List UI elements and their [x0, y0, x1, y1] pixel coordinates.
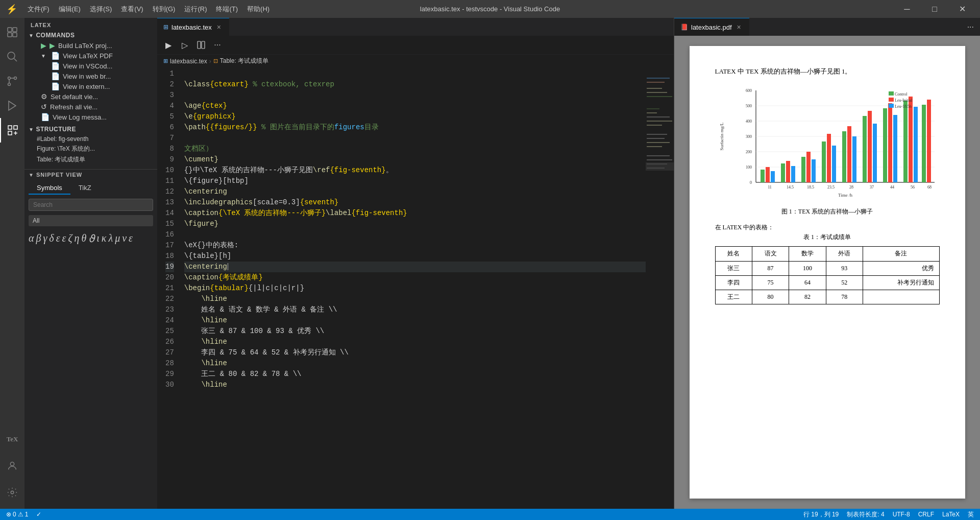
menu-edit[interactable]: 编辑(E) [55, 3, 85, 16]
symbol-epsilon2[interactable]: ε [62, 232, 66, 245]
sidebar-item-build-label: Build LaTeX proj... [58, 42, 112, 50]
symbol-nu[interactable]: ν [122, 232, 127, 245]
activity-scm-icon[interactable] [0, 69, 24, 93]
pdf-more-button[interactable]: ··· [961, 18, 980, 36]
sidebar-item-view-vscode[interactable]: 📄 View in VSCod... [24, 61, 157, 71]
sidebar-item-view-vscode-label: View in VSCod... [63, 62, 112, 70]
maximize-button[interactable]: □ [923, 0, 946, 18]
activity-search-icon[interactable] [0, 44, 24, 69]
pdf-tab-close-button[interactable]: × [735, 23, 743, 31]
editor-tab-latexbasic[interactable]: ⊞ latexbasic.tex × [157, 18, 229, 36]
status-eol[interactable]: CRLF [916, 511, 936, 518]
symbol-beta[interactable]: β [36, 232, 41, 245]
snippet-symbols-grid: α β γ δ ε ε ζ η θ ϑ ι κ λ μ ν ε [24, 228, 157, 249]
symbol-xi[interactable]: ε [129, 232, 133, 245]
code-line-13: \includegraphics[scale=0.3]{seventh} [184, 197, 646, 208]
status-position[interactable]: 行 19，列 19 [801, 510, 841, 519]
snippet-search-input[interactable] [29, 199, 153, 211]
status-ime[interactable]: 英 [966, 510, 976, 519]
status-encoding[interactable]: UTF-8 [891, 511, 912, 518]
cell-foreign-1: 93 [826, 261, 863, 275]
sidebar-item-view-pdf[interactable]: ▼ 📄 View LaTeX PDF [24, 51, 157, 61]
svg-rect-68 [801, 157, 805, 182]
svg-rect-36 [646, 162, 674, 171]
sidebar-item-view-web[interactable]: 📄 View in web br... [24, 71, 157, 81]
svg-rect-83 [903, 101, 908, 182]
symbol-delta[interactable]: δ [49, 232, 54, 245]
svg-rect-66 [786, 161, 790, 182]
commands-section-header[interactable]: ▼ COMMANDS [24, 30, 157, 40]
menu-goto[interactable]: 转到(G) [149, 3, 180, 16]
structure-item-table[interactable]: Table: 考试成绩单 [24, 154, 157, 165]
minimize-button[interactable]: ─ [895, 0, 919, 18]
code-line-24: \hline [184, 315, 646, 326]
symbol-epsilon1[interactable]: ε [56, 232, 60, 245]
svg-rect-73 [832, 146, 836, 182]
activity-debug-icon[interactable] [0, 93, 24, 118]
sidebar-item-build[interactable]: ▶ ▶ Build LaTeX proj... [24, 40, 157, 51]
structure-section-header[interactable]: ▼ STRUCTURE [24, 124, 157, 134]
symbol-alpha[interactable]: α [29, 232, 34, 245]
pdf-content[interactable]: LATEX 中 TEX 系统的吉祥物—小狮子见图 1。 0 100 200 30… [674, 36, 980, 509]
status-errors[interactable]: ⊗ 0 ⚠ 1 [4, 511, 30, 518]
run-button[interactable]: ▶ [161, 38, 176, 52]
activity-settings-icon[interactable] [0, 480, 24, 505]
run-alt-button[interactable]: ▷ [178, 38, 192, 52]
svg-rect-82 [893, 115, 897, 182]
symbol-mu[interactable]: μ [115, 232, 120, 245]
snippet-filter-dropdown[interactable]: All [29, 215, 153, 226]
menu-run[interactable]: 运行(R) [180, 3, 211, 16]
symbol-lambda[interactable]: λ [108, 232, 113, 245]
sidebar-item-view-log[interactable]: 📄 View Log messa... [24, 112, 157, 122]
code-editor[interactable]: 12345 678910 1112131415 161718 19 202122… [157, 67, 674, 509]
symbol-gamma[interactable]: γ [43, 232, 47, 245]
editor-tab-close-button[interactable]: × [215, 23, 223, 31]
symbol-theta1[interactable]: θ [81, 232, 86, 245]
breadcrumb-file[interactable]: ⊞ latexbasic.tex [163, 58, 207, 65]
activity-explorer-icon[interactable] [0, 20, 24, 44]
status-checkmark[interactable]: ✓ [34, 511, 43, 518]
code-line-6: \path{{figures/}} % 图片在当前目录下的figures目录 [184, 122, 646, 133]
sidebar-item-view-extern[interactable]: 📄 View in extern... [24, 81, 157, 91]
menu-help[interactable]: 帮助(H) [243, 3, 274, 16]
title-bar-left: ⚡ 文件(F) 编辑(E) 选择(S) 查看(V) 转到(G) 运行(R) 终端… [6, 3, 274, 16]
activity-account-icon[interactable] [0, 454, 24, 478]
activity-extensions-icon[interactable] [0, 118, 24, 143]
structure-item-figure[interactable]: Figure: \TeX 系统的... [24, 144, 157, 154]
activity-latex-icon[interactable]: TeX [0, 427, 24, 452]
title-bar: ⚡ 文件(F) 编辑(E) 选择(S) 查看(V) 转到(G) 运行(R) 终端… [0, 0, 980, 18]
build-run-icon: ▶ [50, 41, 55, 50]
status-language[interactable]: LaTeX [940, 511, 962, 518]
svg-rect-19 [647, 82, 665, 83]
menu-file[interactable]: 文件(F) [23, 3, 54, 16]
menu-terminal[interactable]: 终端(T) [212, 3, 242, 16]
split-editor-button[interactable] [194, 38, 208, 52]
structure-item-label[interactable]: #Label: fig-seventh [24, 134, 157, 144]
sidebar-item-set-default-label: Set default vie... [51, 93, 98, 101]
snippet-view-header[interactable]: ▼ SNIPPET VIEW [24, 170, 157, 180]
snippet-tabs: Symbols TikZ [24, 180, 157, 197]
line-numbers: 12345 678910 1112131415 161718 19 202122… [157, 67, 180, 509]
code-lines[interactable]: \class{ctexart} % ctexbook, ctexrep \age… [180, 67, 646, 509]
cell-notes-2: 补考另行通知 [863, 275, 939, 290]
sidebar-item-refresh[interactable]: ↺ Refresh all vie... [24, 102, 157, 112]
symbol-iota[interactable]: ι [96, 232, 100, 245]
pdf-chart: 0 100 200 300 400 500 600 Surfactin mg/L [715, 85, 940, 203]
symbol-zeta[interactable]: ζ [68, 232, 72, 245]
status-tab-size[interactable]: 制表符长度: 4 [845, 510, 886, 519]
menu-select[interactable]: 选择(S) [86, 3, 116, 16]
symbol-kappa[interactable]: κ [102, 232, 107, 245]
symbol-eta[interactable]: η [75, 232, 80, 245]
symbol-theta2[interactable]: ϑ [88, 232, 94, 245]
tab-symbols[interactable]: Symbols [29, 182, 70, 195]
breadcrumb-section[interactable]: ⊡ Table: 考试成绩单 [213, 57, 268, 65]
menu-view[interactable]: 查看(V) [117, 3, 147, 16]
more-options-button[interactable]: ··· [210, 38, 225, 52]
close-button[interactable]: ✕ [950, 0, 974, 18]
breadcrumb-tex-icon: ⊞ [163, 58, 168, 64]
breadcrumb-file-label: latexbasic.tex [170, 58, 207, 65]
table-row: 张三 87 100 93 优秀 [715, 261, 939, 275]
sidebar-item-set-default[interactable]: ⚙ Set default vie... [24, 91, 157, 102]
tab-tikz[interactable]: TikZ [70, 182, 100, 195]
pdf-tab[interactable]: 📕 latexbasic.pdf × [674, 18, 749, 36]
